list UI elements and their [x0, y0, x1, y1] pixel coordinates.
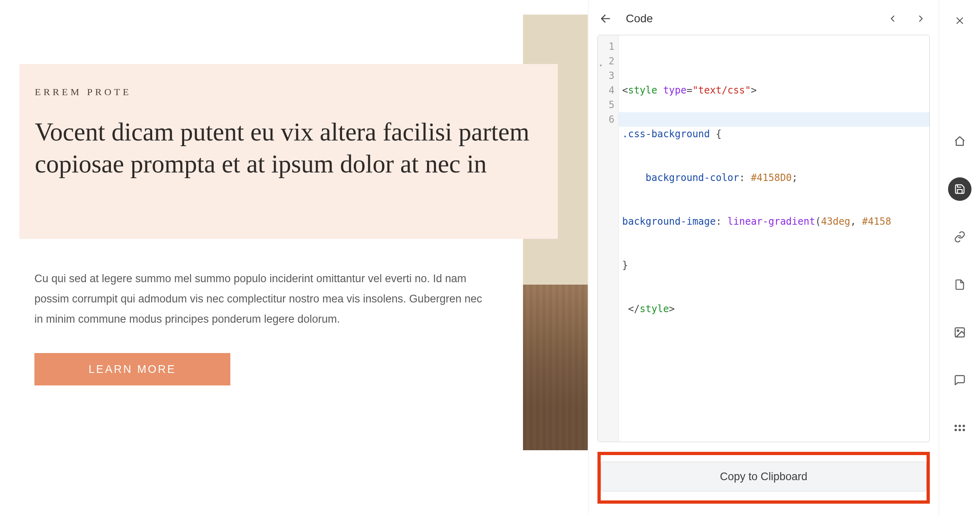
svg-point-7: [963, 425, 965, 427]
panel-title: Code: [626, 12, 653, 25]
svg-point-5: [954, 425, 957, 427]
line-number: 6: [600, 112, 614, 127]
line-number: 1: [600, 39, 614, 54]
close-icon[interactable]: [948, 9, 971, 32]
active-line-highlight: [619, 112, 929, 127]
line-number: 3: [600, 68, 614, 83]
copy-to-clipboard-button[interactable]: Copy to Clipboard: [601, 462, 927, 492]
line-number: ▾2: [600, 54, 614, 68]
preview-headline: Vocent dicam putent eu vix altera facili…: [35, 116, 534, 180]
copy-button-highlight: Copy to Clipboard: [597, 452, 930, 504]
comment-icon[interactable]: [948, 368, 971, 392]
svg-point-6: [959, 425, 961, 427]
panel-nav-arrows: [884, 10, 930, 28]
link-icon[interactable]: [948, 225, 971, 249]
svg-point-9: [959, 429, 961, 431]
svg-point-8: [954, 429, 957, 431]
save-icon[interactable]: [948, 177, 971, 201]
prev-icon[interactable]: [884, 10, 901, 28]
svg-point-10: [963, 429, 965, 431]
code-side-panel: Code 1 ▾2 3 4 5 6 <style: [588, 0, 939, 515]
app-root: ERREM PROTE Vocent dicam putent eu vix a…: [0, 0, 980, 515]
line-number: 4: [600, 83, 614, 98]
code-gutter: 1 ▾2 3 4 5 6: [598, 35, 619, 442]
code-editor[interactable]: 1 ▾2 3 4 5 6 <style type="text/css"> .cs…: [597, 35, 930, 442]
preview-text-card: ERREM PROTE Vocent dicam putent eu vix a…: [19, 64, 558, 239]
home-icon[interactable]: [948, 130, 971, 153]
learn-more-button[interactable]: LEARN MORE: [34, 353, 230, 385]
code-text-area[interactable]: <style type="text/css"> .css-background …: [619, 35, 929, 442]
preview-eyebrow: ERREM PROTE: [35, 87, 534, 98]
line-number: 5: [600, 98, 614, 112]
preview-body-copy: Cu qui sed at legere summo mel summo pop…: [34, 269, 492, 330]
right-tool-rail: [939, 0, 980, 515]
next-icon[interactable]: [912, 10, 930, 28]
panel-header: Code: [589, 0, 939, 35]
file-icon[interactable]: [948, 273, 971, 296]
back-icon[interactable]: [597, 10, 614, 28]
more-icon[interactable]: [948, 416, 971, 440]
preview-canvas: ERREM PROTE Vocent dicam putent eu vix a…: [0, 0, 588, 515]
image-icon[interactable]: [948, 321, 971, 344]
svg-point-4: [957, 330, 959, 332]
